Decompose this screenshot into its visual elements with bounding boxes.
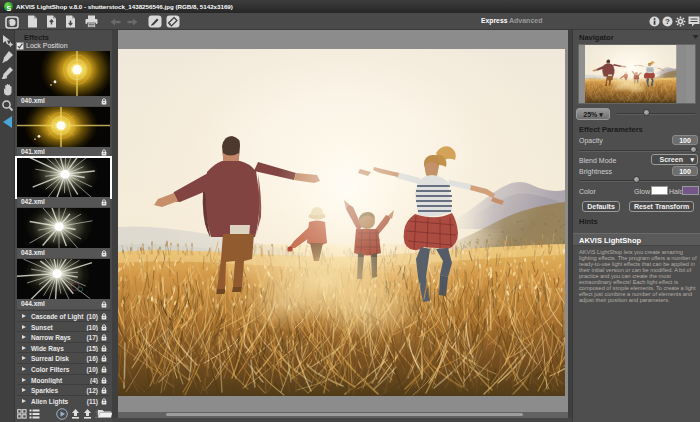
svg-text:?: ?	[665, 17, 670, 26]
